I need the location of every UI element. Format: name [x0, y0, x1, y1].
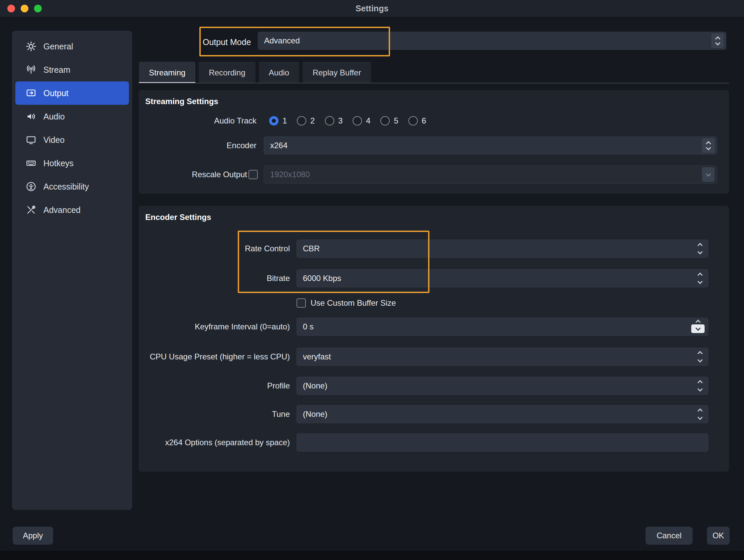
apply-button[interactable]: Apply: [13, 527, 53, 545]
chevron-down-icon: [698, 387, 703, 392]
profile-label: Profile: [139, 381, 290, 391]
minimize-window-button[interactable]: [21, 5, 28, 12]
chevron-down-icon: [706, 145, 711, 150]
use-custom-buffer-label: Use Custom Buffer Size: [310, 298, 396, 308]
tab-streaming[interactable]: Streaming: [139, 62, 195, 83]
audio-track-option-6[interactable]: 6: [408, 116, 426, 125]
sidebar-item-label: Video: [43, 135, 65, 145]
gear-icon: [25, 41, 37, 52]
chevron-down-icon: [715, 40, 720, 45]
keyboard-icon: [25, 158, 37, 169]
radio-label: 4: [366, 116, 370, 125]
chevron-up-icon: [698, 380, 703, 386]
radio-icon: [297, 116, 306, 125]
rescale-resolution-select[interactable]: 1920x1080: [264, 165, 717, 184]
ok-button[interactable]: OK: [707, 527, 730, 545]
rate-control-select[interactable]: CBR: [297, 240, 708, 257]
display-icon: [25, 134, 37, 146]
cpu-preset-stepper[interactable]: [698, 352, 702, 362]
sidebar-item-general[interactable]: General: [15, 35, 129, 58]
cpu-usage-preset-select[interactable]: veryfast: [297, 348, 708, 366]
sidebar-item-stream[interactable]: Stream: [15, 58, 129, 81]
speaker-icon: [25, 111, 37, 122]
rate-control-stepper[interactable]: [698, 244, 702, 254]
tab-audio[interactable]: Audio: [259, 62, 299, 83]
output-mode-value: Advanced: [258, 36, 711, 45]
bitrate-row: Bitrate 6000 Kbps: [139, 269, 708, 287]
sidebar-item-accessibility[interactable]: Accessibility: [15, 175, 129, 198]
sidebar-item-advanced[interactable]: Advanced: [15, 198, 129, 222]
rescale-resolution-value: 1920x1080: [264, 170, 702, 179]
keyframe-stepper[interactable]: [691, 320, 705, 333]
window-bottom-edge: [0, 551, 744, 560]
chevron-down-icon: [706, 171, 711, 177]
encoder-select[interactable]: x264: [264, 136, 717, 155]
bitrate-spinbox[interactable]: 6000 Kbps: [297, 269, 708, 287]
use-custom-buffer-row: Use Custom Buffer Size: [139, 296, 708, 310]
settings-window: Settings General Stream Output Audio: [0, 0, 744, 560]
encoder-stepper[interactable]: [702, 138, 715, 153]
tune-value: (None): [297, 409, 698, 419]
sidebar-item-label: Output: [43, 88, 69, 98]
chevron-up-icon: [698, 408, 703, 414]
x264-options-label: x264 Options (separated by space): [139, 438, 290, 447]
rescale-output-checkbox[interactable]: [249, 170, 258, 179]
encoder-settings-panel: Encoder Settings Rate Control CBR Bitrat…: [139, 206, 729, 472]
titlebar: Settings: [0, 0, 744, 17]
rate-control-label: Rate Control: [139, 244, 290, 253]
keyframe-interval-row: Keyframe Interval (0=auto) 0 s: [139, 318, 708, 336]
x264-options-input[interactable]: [297, 434, 708, 451]
sidebar-item-video[interactable]: Video: [15, 128, 129, 152]
window-title: Settings: [356, 4, 389, 13]
stepper-down-button-focused[interactable]: [691, 324, 705, 333]
cancel-button[interactable]: Cancel: [645, 527, 693, 545]
cpu-usage-preset-value: veryfast: [297, 352, 698, 361]
sidebar-item-audio[interactable]: Audio: [15, 105, 129, 128]
output-tabs: Streaming Recording Audio Replay Buffer: [139, 62, 371, 83]
rescale-dropdown-button[interactable]: [702, 167, 715, 182]
tab-replay-buffer[interactable]: Replay Buffer: [302, 62, 371, 83]
tune-select[interactable]: (None): [297, 405, 708, 423]
chevron-down-icon: [698, 415, 703, 420]
sidebar-item-output[interactable]: Output: [15, 81, 129, 105]
radio-icon: [408, 116, 418, 125]
radio-icon: [380, 116, 390, 125]
encoder-settings-title: Encoder Settings: [145, 212, 211, 222]
radio-icon: [352, 116, 362, 125]
audio-track-option-1[interactable]: 1: [269, 116, 287, 125]
keyframe-interval-spinbox[interactable]: 0 s: [297, 318, 708, 336]
profile-stepper[interactable]: [698, 381, 702, 391]
x264-options-row: x264 Options (separated by space): [139, 434, 708, 451]
close-window-button[interactable]: [7, 5, 15, 12]
tune-stepper[interactable]: [698, 409, 702, 419]
tab-recording[interactable]: Recording: [199, 62, 255, 83]
sidebar-item-label: Hotkeys: [43, 159, 73, 168]
output-mode-select[interactable]: Advanced: [258, 32, 726, 50]
profile-select[interactable]: (None): [297, 377, 708, 395]
streaming-settings-title: Streaming Settings: [145, 97, 218, 106]
chevron-up-icon: [698, 351, 703, 356]
tune-label: Tune: [139, 409, 290, 419]
audio-track-option-2[interactable]: 2: [297, 116, 314, 125]
radio-label: 2: [310, 116, 314, 125]
use-custom-buffer-checkbox[interactable]: [297, 298, 306, 308]
audio-track-label: Audio Track: [139, 116, 256, 125]
radio-label: 5: [394, 116, 398, 125]
output-mode-stepper[interactable]: [711, 33, 724, 48]
zoom-window-button[interactable]: [34, 5, 42, 12]
broadcast-icon: [25, 64, 37, 75]
chevron-up-icon: [698, 243, 703, 248]
profile-row: Profile (None): [139, 377, 708, 395]
audio-track-option-5[interactable]: 5: [380, 116, 398, 125]
sidebar-item-hotkeys[interactable]: Hotkeys: [15, 152, 129, 175]
encoder-value: x264: [264, 141, 702, 150]
audio-track-option-4[interactable]: 4: [352, 116, 370, 125]
audio-track-row: Audio Track 1 2 3 4: [139, 114, 717, 127]
bitrate-stepper[interactable]: [698, 273, 702, 283]
bitrate-value: 6000 Kbps: [297, 274, 698, 283]
rate-control-row: Rate Control CBR: [139, 240, 708, 257]
audio-track-option-3[interactable]: 3: [325, 116, 343, 125]
chevron-up-icon: [698, 272, 703, 278]
encoder-row: Encoder x264: [139, 136, 717, 155]
audio-track-radio-group: 1 2 3 4 5: [269, 116, 426, 125]
